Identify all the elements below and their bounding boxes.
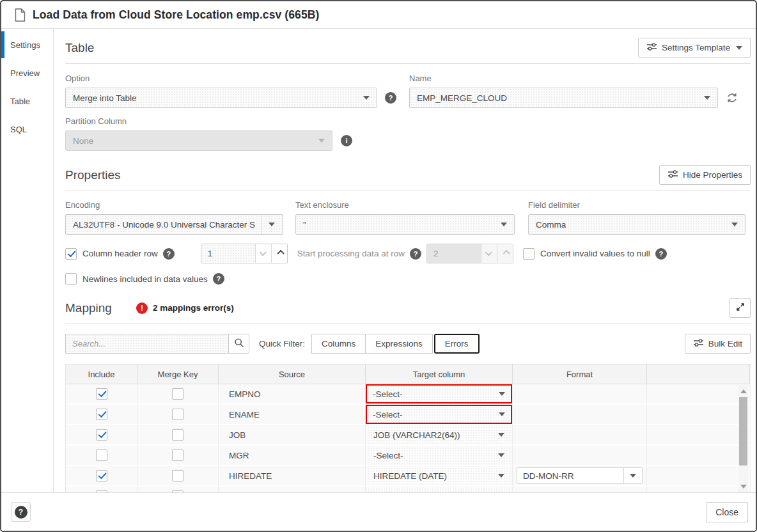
source-cell: ENAME xyxy=(219,405,366,425)
merge-key-cell xyxy=(137,466,219,487)
search-input[interactable] xyxy=(65,334,228,354)
target-column-select[interactable]: JOB (VARCHAR2(64)) xyxy=(368,426,510,443)
format-cell xyxy=(513,384,647,405)
help-icon[interactable]: ? xyxy=(655,248,667,260)
sidebar: SettingsPreviewTableSQL xyxy=(1,29,54,492)
refresh-icon[interactable] xyxy=(726,92,738,104)
scrollbar-thumb[interactable] xyxy=(739,397,747,465)
help-icon[interactable]: ? xyxy=(213,273,224,285)
table-name-select[interactable]: EMP_MERGE_CLOUD xyxy=(409,88,718,108)
target-column-cell: -Select- xyxy=(366,384,513,405)
spinner-increment-button[interactable] xyxy=(271,244,287,263)
format-combobox[interactable]: DD-MON-RR xyxy=(517,467,643,484)
chevron-down-icon xyxy=(704,96,710,100)
help-icon[interactable]: ? xyxy=(410,248,421,260)
quick-filter-label: Quick Filter: xyxy=(259,339,305,348)
start-processing-spinner: 2 xyxy=(426,244,513,263)
chevron-down-icon xyxy=(363,96,370,100)
vertical-scrollbar[interactable] xyxy=(738,385,748,492)
partition-column-select: None xyxy=(65,130,332,151)
merge-key-checkbox[interactable] xyxy=(172,409,183,420)
format-cell xyxy=(513,425,647,446)
column-header-row-checkbox[interactable] xyxy=(65,248,77,260)
spinner-decrement-button[interactable] xyxy=(255,244,271,263)
target-column-cell: JOB (VARCHAR2(64)) xyxy=(366,425,513,446)
help-icon[interactable]: ? xyxy=(385,92,396,104)
merge-key-checkbox[interactable] xyxy=(172,388,183,400)
sliders-icon xyxy=(646,42,657,53)
close-button[interactable]: Close xyxy=(706,502,748,522)
name-label: Name xyxy=(409,74,718,83)
divider xyxy=(261,215,262,234)
scroll-up-button[interactable] xyxy=(738,386,748,396)
divider xyxy=(65,63,751,64)
include-checkbox[interactable] xyxy=(96,470,107,481)
text-enclosure-label: Text enclosure xyxy=(295,200,515,210)
quick-filter-errors-button[interactable]: Errors xyxy=(434,334,480,354)
row-filler-cell xyxy=(647,487,750,492)
format-value: DD-MON-RR xyxy=(523,471,620,481)
option-select[interactable]: Merge into Table xyxy=(65,88,377,108)
include-cell xyxy=(66,487,137,492)
text-enclosure-select[interactable]: " xyxy=(295,214,515,235)
quick-filter-columns-button[interactable]: Columns xyxy=(311,334,366,354)
include-checkbox[interactable] xyxy=(96,490,107,492)
help-button[interactable]: ? xyxy=(11,502,31,522)
chevron-up-icon xyxy=(503,249,510,256)
include-cell xyxy=(66,466,137,487)
sidebar-item-table[interactable]: Table xyxy=(1,87,53,115)
format-cell xyxy=(513,487,647,492)
target-column-select[interactable]: -Select- xyxy=(368,488,510,492)
source-cell: EMPNO xyxy=(219,384,366,405)
column-header-target-column[interactable]: Target column xyxy=(366,364,513,384)
merge-key-checkbox[interactable] xyxy=(172,470,183,481)
sidebar-item-sql[interactable]: SQL xyxy=(1,115,53,143)
row-filler-cell xyxy=(647,405,750,425)
newlines-checkbox[interactable] xyxy=(65,273,77,285)
expand-icon xyxy=(736,302,745,313)
merge-key-checkbox[interactable] xyxy=(172,490,183,492)
target-column-select[interactable]: -Select- xyxy=(366,405,512,424)
sidebar-item-label: SQL xyxy=(10,125,27,134)
bulk-edit-button[interactable]: Bulk Edit xyxy=(685,334,751,354)
sidebar-item-preview[interactable]: Preview xyxy=(1,59,53,87)
column-header-format[interactable]: Format xyxy=(513,364,647,384)
dialog-footer: ? Close xyxy=(1,492,756,531)
encoding-select[interactable]: AL32UTF8 - Unicode 9.0 Universal Charact… xyxy=(65,214,283,235)
column-header-row-spinner: 1 xyxy=(201,244,288,263)
column-header-empty xyxy=(647,364,750,384)
field-delimiter-select[interactable]: Comma xyxy=(528,214,745,235)
chevron-down-icon xyxy=(630,474,636,478)
target-column-select[interactable]: HIREDATE (DATE) xyxy=(368,467,510,484)
merge-key-cell xyxy=(137,446,219,466)
include-checkbox[interactable] xyxy=(96,450,107,461)
expand-button[interactable] xyxy=(730,298,751,318)
help-icon[interactable]: ? xyxy=(163,248,175,260)
column-header-include[interactable]: Include xyxy=(66,364,137,384)
quick-filter-expressions-button[interactable]: Expressions xyxy=(365,334,433,354)
include-checkbox[interactable] xyxy=(96,388,107,400)
include-checkbox[interactable] xyxy=(96,429,107,441)
search-button[interactable] xyxy=(228,334,249,354)
scroll-down-button[interactable] xyxy=(738,481,748,491)
merge-key-cell xyxy=(137,425,219,446)
merge-key-checkbox[interactable] xyxy=(172,450,183,461)
convert-invalid-checkbox[interactable] xyxy=(523,248,535,260)
column-header-merge-key[interactable]: Merge Key xyxy=(137,364,219,384)
include-cell xyxy=(66,384,137,405)
hide-properties-button[interactable]: Hide Properties xyxy=(659,165,751,185)
target-column-select[interactable]: -Select- xyxy=(368,447,510,464)
column-header-source[interactable]: Source xyxy=(219,364,366,384)
divider xyxy=(65,191,751,191)
settings-template-button[interactable]: Settings Template xyxy=(638,38,751,58)
sidebar-item-settings[interactable]: Settings xyxy=(1,31,53,59)
merge-key-cell xyxy=(137,384,219,405)
merge-key-checkbox[interactable] xyxy=(172,429,183,441)
target-column-select[interactable]: -Select- xyxy=(366,384,512,403)
column-header-row-label: Column header row xyxy=(82,249,158,258)
mapping-section-title: Mapping xyxy=(65,301,112,315)
chevron-down-icon xyxy=(499,392,505,396)
info-icon[interactable]: i xyxy=(341,135,352,146)
option-label: Option xyxy=(65,74,377,83)
include-checkbox[interactable] xyxy=(96,409,107,420)
